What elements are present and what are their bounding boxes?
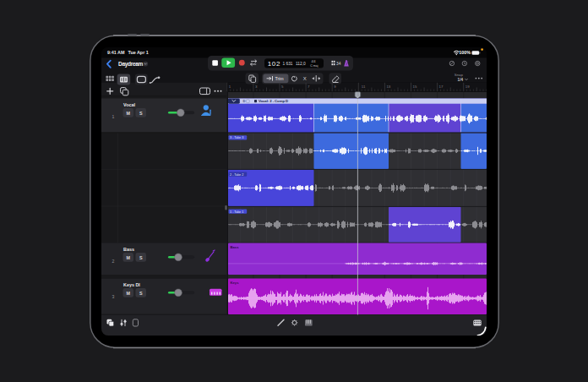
svg-text:Keys DI: Keys DI <box>123 282 140 287</box>
svg-text:M: M <box>126 255 130 260</box>
svg-text:1/4: 1/4 <box>458 78 464 82</box>
svg-text:M: M <box>126 111 130 116</box>
svg-text:Bass: Bass <box>123 247 134 252</box>
svg-text:17: 17 <box>439 85 444 89</box>
svg-text:Vocal: 2 - Comp D: Vocal: 2 - Comp D <box>259 99 288 103</box>
svg-text:S: S <box>139 255 143 260</box>
svg-text:102: 102 <box>268 60 280 68</box>
svg-text:2: 2 <box>112 259 115 264</box>
svg-text:Bass: Bass <box>231 245 240 249</box>
svg-text:112,0: 112,0 <box>296 62 306 66</box>
svg-text:Trim: Trim <box>275 76 284 81</box>
svg-text:3: 3 <box>112 294 115 299</box>
svg-text:Vocal: Vocal <box>123 102 135 107</box>
svg-text:4/4: 4/4 <box>312 60 316 63</box>
svg-text:Tue Apr 1: Tue Apr 1 <box>128 50 149 55</box>
svg-text:1: 1 <box>112 114 115 119</box>
svg-text:Daydream: Daydream <box>118 61 144 68</box>
svg-text:2 - Take 2: 2 - Take 2 <box>230 173 243 177</box>
svg-text:S: S <box>139 291 143 296</box>
svg-text:100%: 100% <box>459 50 471 55</box>
svg-text:S: S <box>139 111 143 116</box>
svg-text:Keys: Keys <box>231 281 240 285</box>
svg-text:34: 34 <box>336 62 341 66</box>
svg-text:Snap: Snap <box>455 73 464 77</box>
svg-text:M: M <box>126 291 130 296</box>
svg-text:3 - Take 3: 3 - Take 3 <box>230 136 243 139</box>
svg-text:X: X <box>303 76 307 81</box>
svg-text:1 - Take 1: 1 - Take 1 <box>230 210 243 214</box>
svg-text:15: 15 <box>413 85 417 89</box>
svg-text:13: 13 <box>386 85 390 89</box>
svg-text:D: D <box>243 99 246 103</box>
svg-text:19: 19 <box>466 85 470 89</box>
svg-text:C maj: C maj <box>310 64 318 68</box>
svg-text:11: 11 <box>362 85 366 89</box>
svg-text:1 631: 1 631 <box>283 62 293 66</box>
svg-text:9:41 AM: 9:41 AM <box>107 50 125 55</box>
